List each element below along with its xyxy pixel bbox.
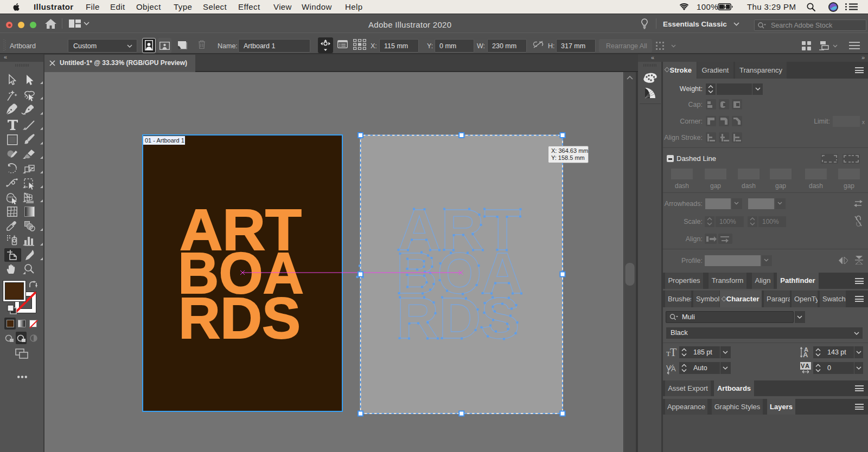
- svg-text:RDS: RDS: [397, 286, 520, 351]
- svg-text:X: 364.63 mm: X: 364.63 mm: [551, 147, 588, 154]
- svg-text:V: V: [801, 363, 805, 369]
- svg-text:T: T: [670, 347, 676, 357]
- svg-text:RDS: RDS: [178, 286, 301, 351]
- svg-text:A: A: [671, 365, 676, 373]
- svg-text:01 - Artboard 1: 01 - Artboard 1: [145, 137, 184, 144]
- svg-text:A: A: [803, 351, 808, 358]
- svg-text:Y: 158.5 mm: Y: 158.5 mm: [551, 154, 585, 161]
- svg-text:A: A: [805, 363, 809, 369]
